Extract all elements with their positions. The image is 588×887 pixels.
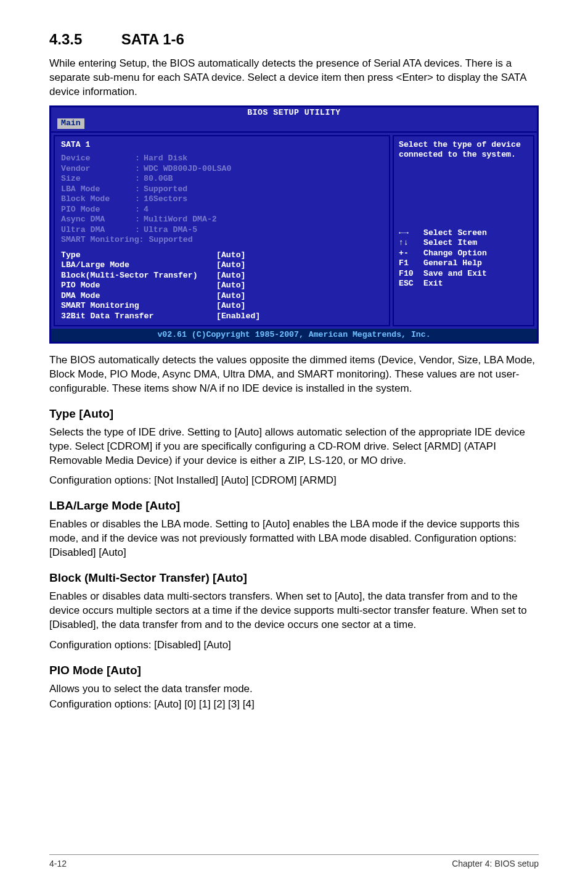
- type-body: Selects the type of IDE drive. Setting t…: [49, 426, 539, 468]
- section-number: 4.3.5: [49, 31, 117, 48]
- bios-option-row[interactable]: PIO Mode[Auto]: [61, 281, 383, 291]
- chapter-label: Chapter 4: BIOS setup: [452, 859, 539, 868]
- page-footer: 4-12 Chapter 4: BIOS setup: [49, 854, 539, 868]
- bios-dim-row: SMART Monitoring: Supported: [61, 235, 383, 245]
- bios-option-row[interactable]: SMART Monitoring[Auto]: [61, 301, 383, 311]
- bios-tab-main[interactable]: Main: [57, 118, 84, 129]
- bios-dim-row: Ultra DMA:Ultra DMA-5: [61, 225, 383, 236]
- bios-option-row[interactable]: DMA Mode[Auto]: [61, 291, 383, 302]
- bios-dim-row: Async DMA:MultiWord DMA-2: [61, 215, 383, 225]
- bios-sata-header: SATA 1: [61, 140, 383, 151]
- block-heading: Block (Multi-Sector Transfer) [Auto]: [49, 571, 539, 585]
- bios-title: BIOS SETUP UTILITY: [51, 107, 537, 119]
- page-number: 4-12: [49, 859, 67, 868]
- post-bios-paragraph: The BIOS automatically detects the value…: [49, 353, 539, 396]
- bios-dim-row: Vendor:WDC WD800JD-00LSA0: [61, 164, 383, 175]
- bios-option-row[interactable]: 32Bit Data Transfer[Enabled]: [61, 311, 383, 322]
- bios-dim-row: PIO Mode:4: [61, 205, 383, 215]
- bios-dim-row: Block Mode:16Sectors: [61, 194, 383, 205]
- pio-heading: PIO Mode [Auto]: [49, 664, 539, 677]
- section-title-text: SATA 1-6: [121, 31, 184, 47]
- pio-body: Allows you to select the data transfer m…: [49, 682, 539, 696]
- section-heading: 4.3.5 SATA 1-6: [49, 31, 539, 48]
- lba-heading: LBA/Large Mode [Auto]: [49, 499, 539, 513]
- bios-hint-row: ←→Select Screen: [399, 228, 528, 239]
- type-options: Configuration options: [Not Installed] […: [49, 474, 539, 488]
- bios-option-row[interactable]: Block(Multi-Sector Transfer)[Auto]: [61, 271, 383, 281]
- bios-hint-row: ESCExit: [399, 279, 528, 289]
- bios-dim-row: Device:Hard Disk: [61, 154, 383, 164]
- bios-help-text: Select the type of device connected to t…: [399, 140, 528, 160]
- bios-dim-row: LBA Mode:Supported: [61, 184, 383, 195]
- pio-options: Configuration options: [Auto] [0] [1] [2…: [49, 698, 539, 712]
- lba-body: Enables or disables the LBA mode. Settin…: [49, 518, 539, 560]
- bios-copyright: v02.61 (C)Copyright 1985-2007, American …: [51, 329, 537, 342]
- bios-tab-row: Main: [51, 118, 537, 131]
- bios-hint-row: ↑↓Select Item: [399, 238, 528, 249]
- block-options: Configuration options: [Disabled] [Auto]: [49, 638, 539, 653]
- bios-hint-row: F1General Help: [399, 258, 528, 269]
- bios-right-pane: Select the type of device connected to t…: [393, 135, 534, 327]
- block-body: Enables or disables data multi-sectors t…: [49, 590, 539, 632]
- intro-paragraph: While entering Setup, the BIOS automatic…: [49, 57, 539, 99]
- bios-hint-row: F10Save and Exit: [399, 269, 528, 279]
- bios-dim-row: Size:80.0GB: [61, 174, 383, 184]
- bios-hint-row: +-Change Option: [399, 249, 528, 259]
- type-heading: Type [Auto]: [49, 407, 539, 421]
- bios-left-pane: SATA 1 Device:Hard Disk Vendor:WDC WD800…: [54, 135, 390, 327]
- bios-option-row[interactable]: LBA/Large Mode[Auto]: [61, 260, 383, 271]
- bios-option-row[interactable]: Type[Auto]: [61, 250, 383, 261]
- bios-screenshot: BIOS SETUP UTILITY Main SATA 1 Device:Ha…: [49, 105, 539, 344]
